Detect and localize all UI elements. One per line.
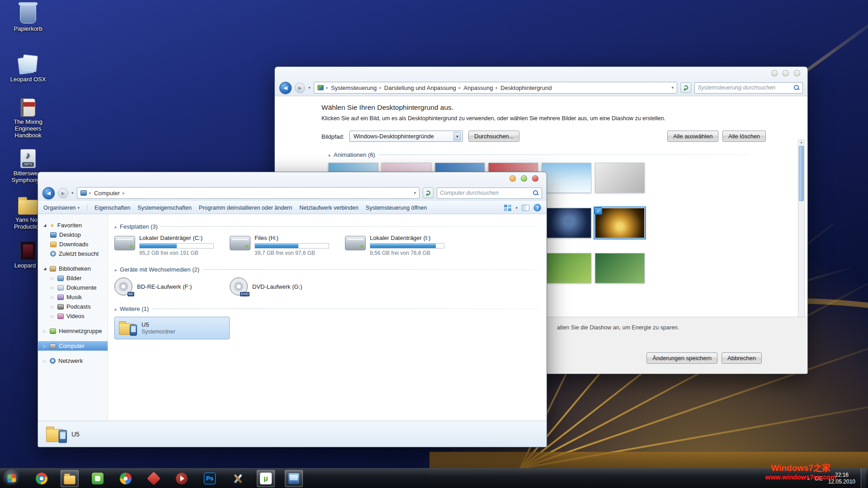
tree-collapsed-icon[interactable]: ▷: [50, 276, 55, 281]
address-dropdown-icon[interactable]: ▾: [414, 191, 416, 195]
taskbar-app-player-button[interactable]: [173, 470, 191, 487]
collapse-icon[interactable]: ▴: [114, 267, 117, 272]
breadcrumb-darstellung[interactable]: Darstellung und Anpassung: [384, 84, 456, 91]
sidebar-item-netzwerk[interactable]: ▷ Netzwerk: [38, 356, 108, 366]
tree-collapsed-icon[interactable]: ▷: [42, 359, 47, 363]
wallpaper-group-header[interactable]: ▴ Animationen (6): [328, 151, 749, 158]
device-item-dvd[interactable]: DVD DVD-Laufwerk (G:): [230, 277, 345, 296]
back-button[interactable]: ◀: [279, 82, 292, 94]
forward-button[interactable]: ▶: [295, 83, 305, 93]
minimize-button[interactable]: [509, 175, 516, 182]
collapse-icon[interactable]: ▴: [328, 152, 330, 157]
collapse-icon[interactable]: ▴: [114, 306, 117, 311]
scrollbar-thumb[interactable]: [799, 146, 804, 201]
drive-item-c[interactable]: Lokaler Datenträger (C:) 95,2 GB frei vo…: [114, 235, 230, 256]
device-item-bd[interactable]: BD BD-RE-Laufwerk (F:): [114, 277, 230, 296]
search-input[interactable]: [440, 190, 533, 196]
tree-expanded-icon[interactable]: ◢: [42, 267, 47, 271]
breadcrumb-computer[interactable]: Computer: [94, 190, 120, 197]
minimize-button[interactable]: [771, 70, 778, 76]
open-control-panel-button[interactable]: Systemsteuerung öffnen: [366, 205, 427, 211]
tree-collapsed-icon[interactable]: ▷: [50, 286, 55, 290]
map-network-drive-button[interactable]: Netzlaufwerk verbinden: [299, 205, 359, 211]
control-panel-searchbox[interactable]: [694, 82, 803, 94]
forward-button[interactable]: ▶: [58, 188, 68, 198]
cancel-button[interactable]: Abbrechen: [722, 352, 762, 364]
sidebar-item-bibliotheken[interactable]: ◢ Bibliotheken: [38, 264, 108, 273]
address-dropdown-icon[interactable]: ▾: [671, 85, 674, 90]
history-dropdown-icon[interactable]: ▾: [308, 85, 311, 90]
clear-all-button[interactable]: Alle löschen: [722, 131, 766, 142]
help-icon[interactable]: ?: [533, 204, 541, 211]
folder-item-u5-selected[interactable]: U5 Systemordner: [114, 317, 230, 339]
scroll-up-icon[interactable]: ▴: [800, 140, 802, 144]
group-header-festplatten[interactable]: ▴ Festplatten (3): [114, 223, 539, 230]
wallpaper-thumbnail[interactable]: [542, 208, 591, 238]
refresh-button[interactable]: [423, 188, 434, 198]
tree-collapsed-icon[interactable]: ▷: [50, 295, 55, 300]
uninstall-program-button[interactable]: Programm deinstallieren oder ändern: [199, 205, 292, 211]
show-desktop-button[interactable]: [861, 469, 866, 488]
sidebar-item-bilder[interactable]: ▷ Bilder: [38, 273, 108, 283]
close-button[interactable]: [794, 70, 800, 76]
explorer-titlebar[interactable]: [38, 172, 547, 185]
tree-collapsed-icon[interactable]: ▷: [42, 344, 47, 348]
address-bar[interactable]: ▸ Systemsteuerung ▸ Darstellung und Anpa…: [314, 82, 677, 94]
properties-button[interactable]: Eigenschaften: [94, 205, 130, 211]
browse-button[interactable]: Durchsuchen...: [468, 131, 519, 142]
wallpaper-thumbnail[interactable]: [595, 253, 645, 283]
taskbar-app-diamond-button[interactable]: [145, 470, 163, 487]
sidebar-item-downloads[interactable]: Downloads: [38, 239, 108, 249]
explorer-searchbox[interactable]: [437, 188, 542, 199]
taskbar-photoshop-button[interactable]: Ps: [201, 470, 219, 487]
breadcrumb-desktophintergrund[interactable]: Desktophintergrund: [500, 84, 552, 91]
control-panel-titlebar[interactable]: [275, 67, 807, 80]
breadcrumb-systemsteuerung[interactable]: Systemsteuerung: [331, 84, 377, 91]
maximize-button[interactable]: [521, 175, 527, 182]
breadcrumb-anpassung[interactable]: Anpassung: [463, 84, 493, 91]
taskbar-app-pinwheel-button[interactable]: [117, 470, 135, 487]
desktop-icon-recycle-bin[interactable]: Papierkorb: [6, 5, 50, 32]
collapse-icon[interactable]: ▴: [114, 224, 117, 229]
taskbar-tools-button[interactable]: [229, 470, 247, 487]
history-dropdown-icon[interactable]: ▾: [71, 191, 74, 195]
image-path-select[interactable]: Windows-Desktophintergründe ▾: [349, 131, 463, 142]
back-button[interactable]: ◀: [42, 187, 55, 199]
start-button[interactable]: [3, 469, 21, 488]
save-changes-button[interactable]: Änderungen speichern: [646, 352, 717, 364]
taskbar-utorrent-button[interactable]: µ: [257, 470, 275, 487]
sidebar-item-favoriten[interactable]: ◢ ★ Favoriten: [38, 221, 108, 230]
sidebar-item-heimnetzgruppe[interactable]: ▷ Heimnetzgruppe: [38, 326, 108, 336]
wallpaper-thumbnail[interactable]: [542, 163, 591, 193]
system-properties-button[interactable]: Systemeigenschaften: [137, 205, 192, 211]
sidebar-item-computer[interactable]: ▷ Computer: [38, 341, 108, 351]
group-header-weitere[interactable]: ▴ Weitere (1): [114, 305, 539, 312]
change-view-icon[interactable]: [504, 205, 511, 211]
scrollbar[interactable]: ▴ ▾: [798, 140, 805, 317]
chevron-down-icon[interactable]: ▾: [453, 132, 461, 141]
search-input[interactable]: [698, 84, 793, 91]
address-bar[interactable]: ▸ Computer ▸ ▾: [77, 187, 420, 199]
sidebar-item-dokumente[interactable]: ▷ Dokumente: [38, 283, 108, 292]
taskbar-personalization-button[interactable]: [285, 470, 303, 487]
tree-collapsed-icon[interactable]: ▷: [42, 329, 47, 333]
tree-expanded-icon[interactable]: ◢: [42, 223, 47, 227]
tree-collapsed-icon[interactable]: ▷: [50, 305, 55, 309]
taskbar-explorer-button[interactable]: [61, 470, 79, 487]
organize-menu[interactable]: Organisieren ▾: [43, 205, 80, 211]
sidebar-item-zuletzt-besucht[interactable]: Zuletzt besucht: [38, 249, 108, 258]
drive-item-i[interactable]: Lokaler Datenträger (I:) 8,56 GB frei vo…: [345, 235, 460, 256]
sidebar-item-videos[interactable]: ▷ Videos: [38, 311, 108, 321]
desktop-icon-handbook[interactable]: The Mixing Engineers Handbook: [6, 99, 50, 139]
select-all-button[interactable]: Alle auswählen: [667, 131, 718, 142]
drive-item-h[interactable]: Files (H:) 39,7 GB frei von 97,6 GB: [230, 235, 345, 256]
desktop-icon-leopard-osx[interactable]: Leopard OSX: [6, 54, 50, 83]
preview-pane-icon[interactable]: [522, 205, 529, 211]
group-header-wechselmedien[interactable]: ▴ Geräte mit Wechselmedien (2): [114, 266, 539, 273]
refresh-button[interactable]: [680, 82, 691, 93]
close-button[interactable]: [532, 175, 538, 182]
sidebar-item-desktop[interactable]: Desktop: [38, 230, 108, 239]
wallpaper-thumbnail[interactable]: [595, 163, 645, 193]
tree-collapsed-icon[interactable]: ▷: [50, 314, 55, 319]
sidebar-item-podcasts[interactable]: ▷ Podcasts: [38, 302, 108, 311]
